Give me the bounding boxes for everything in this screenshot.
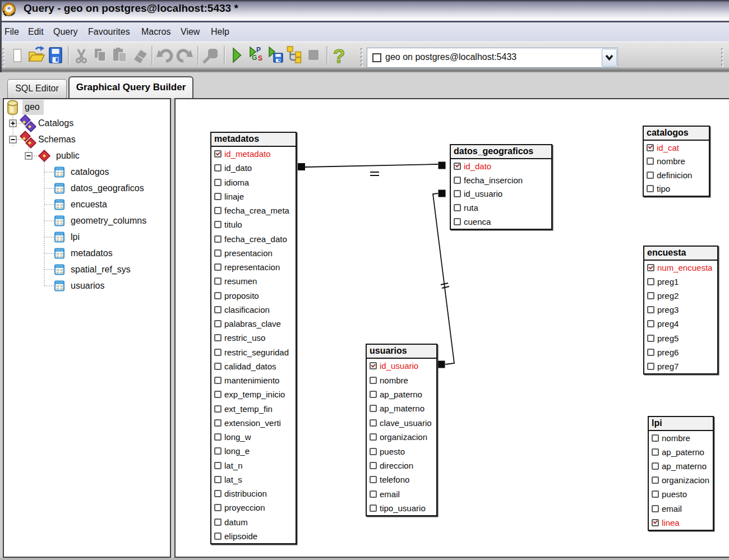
svg-text:?: ? [333, 45, 345, 67]
svg-text:G: G [252, 54, 257, 62]
svg-text:P: P [256, 46, 261, 54]
svg-text:S: S [258, 54, 262, 62]
